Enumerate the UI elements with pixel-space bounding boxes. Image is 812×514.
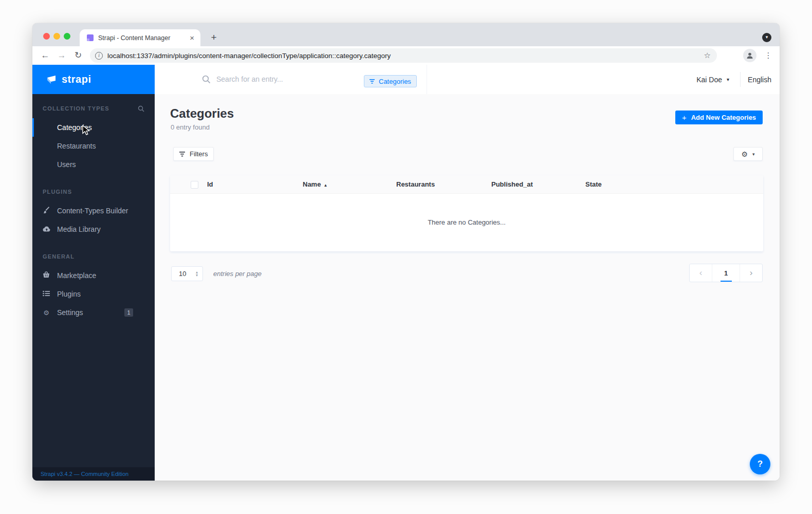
- active-page-underline: [721, 281, 732, 282]
- gear-icon: ⚙: [42, 309, 50, 317]
- column-header-name[interactable]: Name▲: [303, 175, 327, 194]
- entry-count: 0 entry found: [171, 123, 210, 131]
- content-area: Categories 0 entry found + Add New Categ…: [155, 94, 780, 481]
- desktop-background: Strapi - Content Manager × + ▾ ← → ↻ i l…: [0, 0, 812, 514]
- add-new-categories-button[interactable]: + Add New Categories: [675, 111, 763, 124]
- tab-strip: Strapi - Content Manager × + ▾: [32, 23, 780, 46]
- zoom-window-button[interactable]: [64, 33, 70, 40]
- close-tab-icon[interactable]: ×: [189, 33, 195, 42]
- next-page-button[interactable]: ›: [740, 264, 762, 282]
- new-tab-button[interactable]: +: [207, 31, 220, 44]
- sidebar-item-plugins[interactable]: Plugins: [32, 285, 155, 303]
- strapi-logo[interactable]: strapi: [32, 65, 155, 94]
- app-header: Categories Kai Doe ▾ English: [155, 65, 780, 94]
- filters-button[interactable]: Filters: [173, 147, 214, 161]
- basket-icon: [42, 271, 50, 280]
- caret-down-icon: ▾: [752, 152, 755, 157]
- sidebar-nav: COLLECTION TYPES Categories Restaurants: [32, 94, 155, 322]
- browser-toolbar: ← → ↻ i localhost:1337/admin/plugins/con…: [32, 46, 780, 65]
- filter-icon: [370, 79, 375, 84]
- gear-icon: ⚙: [741, 150, 748, 158]
- cloud-upload-icon: [42, 226, 50, 233]
- forward-button[interactable]: →: [55, 49, 68, 62]
- empty-state-message: There are no Categories...: [170, 194, 763, 251]
- strapi-logo-icon: [46, 75, 57, 84]
- site-info-icon[interactable]: i: [95, 52, 103, 60]
- browser-profile-button[interactable]: [743, 49, 756, 62]
- sidebar-item-media-library[interactable]: Media Library: [32, 220, 155, 238]
- sidebar-item-categories[interactable]: Categories: [32, 118, 155, 137]
- main-area: Categories Kai Doe ▾ English Categories …: [155, 65, 780, 481]
- column-header-published-at[interactable]: Published_at: [491, 175, 533, 194]
- select-all-checkbox[interactable]: [191, 181, 198, 189]
- profile-icon: [746, 51, 754, 60]
- entries-table: Id Name▲ Restaurants Published_at State …: [170, 175, 763, 251]
- current-page[interactable]: 1: [712, 264, 740, 282]
- table-settings-button[interactable]: ⚙ ▾: [733, 147, 763, 161]
- caret-down-icon: ▾: [727, 77, 729, 82]
- browser-menu-button[interactable]: ⋮: [764, 49, 772, 62]
- entries-per-page-select[interactable]: 10 ▴ ▾: [171, 266, 203, 281]
- mouse-cursor: [82, 125, 92, 136]
- sort-asc-icon: ▲: [323, 183, 327, 188]
- plugins-heading: PLUGINS: [32, 187, 155, 196]
- column-header-state[interactable]: State: [585, 175, 602, 194]
- language-select[interactable]: English: [748, 65, 771, 94]
- sidebar-item-users[interactable]: Users: [32, 155, 155, 174]
- tab-search-button[interactable]: ▾: [762, 33, 771, 42]
- sidebar-item-restaurants[interactable]: Restaurants: [32, 137, 155, 155]
- header-divider: [427, 65, 427, 94]
- strapi-admin-app: strapi COLLECTION TYPES Categories: [32, 65, 780, 481]
- column-header-id[interactable]: Id: [207, 175, 213, 194]
- sidebar-item-settings[interactable]: ⚙ Settings 1: [32, 303, 155, 322]
- tab-title: Strapi - Content Manager: [98, 34, 189, 42]
- user-divider: [740, 72, 741, 87]
- collection-types-heading: COLLECTION TYPES: [32, 104, 155, 113]
- table-header-row: Id Name▲ Restaurants Published_at State: [170, 175, 763, 194]
- search-input[interactable]: [216, 72, 371, 86]
- strapi-favicon-icon: [86, 34, 94, 42]
- brush-icon: [42, 207, 50, 215]
- browser-tab[interactable]: Strapi - Content Manager ×: [80, 29, 200, 46]
- list-icon: [42, 290, 50, 298]
- sidebar: strapi COLLECTION TYPES Categories: [32, 65, 155, 481]
- general-heading: GENERAL: [32, 252, 155, 261]
- address-bar[interactable]: i localhost:1337/admin/plugins/content-m…: [90, 48, 717, 63]
- column-header-restaurants[interactable]: Restaurants: [396, 175, 435, 194]
- browser-window: Strapi - Content Manager × + ▾ ← → ↻ i l…: [32, 23, 780, 481]
- entries-per-page-label: entries per page: [213, 270, 262, 278]
- sidebar-item-content-types-builder[interactable]: Content-Types Builder: [32, 201, 155, 220]
- close-window-button[interactable]: [43, 33, 50, 40]
- content-type-filter-chip[interactable]: Categories: [364, 75, 417, 87]
- user-menu[interactable]: Kai Doe ▾: [696, 65, 729, 94]
- search-icon: [202, 75, 211, 84]
- logo-wordmark: strapi: [62, 74, 91, 85]
- bookmark-icon[interactable]: ☆: [704, 51, 711, 60]
- minimize-window-button[interactable]: [53, 33, 60, 40]
- collection-types-search-icon[interactable]: [138, 105, 144, 112]
- reload-button[interactable]: ↻: [71, 49, 85, 62]
- settings-notification-badge: 1: [124, 308, 133, 317]
- url-text: localhost:1337/admin/plugins/content-man…: [107, 52, 704, 60]
- stepper-icon: ▴ ▾: [196, 271, 198, 277]
- plus-icon: +: [682, 113, 687, 122]
- pagination: ‹ 1 ›: [689, 264, 763, 282]
- page-title: Categories: [170, 106, 234, 121]
- back-button[interactable]: ←: [39, 49, 52, 62]
- sidebar-item-marketplace[interactable]: Marketplace: [32, 266, 155, 285]
- filter-icon: [179, 152, 185, 157]
- help-button[interactable]: ?: [750, 454, 770, 474]
- version-link[interactable]: Strapi v3.4.2 — Community Edition: [32, 467, 155, 481]
- previous-page-button[interactable]: ‹: [690, 264, 712, 282]
